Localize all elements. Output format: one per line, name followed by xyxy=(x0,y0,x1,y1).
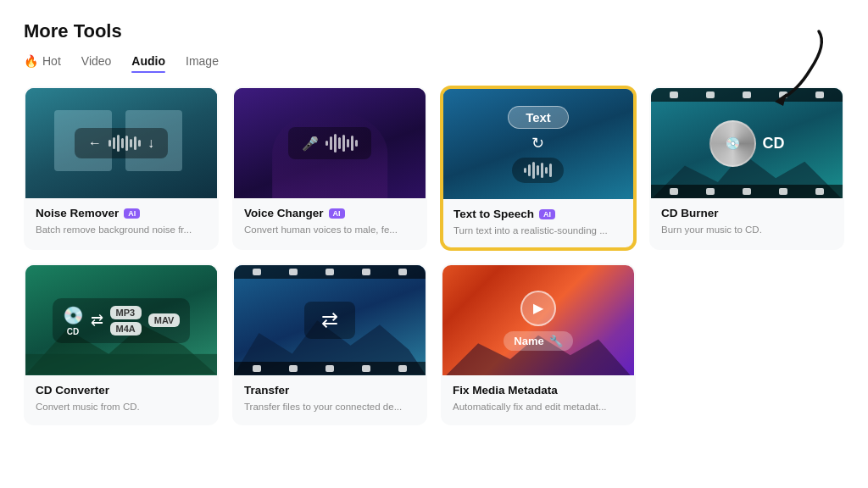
metadata-info: Fix Media Metadata Automatically fix and… xyxy=(442,375,634,424)
mav-badge: MAV xyxy=(148,313,181,327)
play-circle-icon: ▶ xyxy=(520,291,556,326)
noise-remover-title-row: Noise Remover AI xyxy=(36,207,207,219)
voice-changer-ai-badge: AI xyxy=(329,208,345,219)
tts-title: Text to Speech xyxy=(453,208,534,220)
metadata-title-row: Fix Media Metadata xyxy=(453,384,624,396)
tts-info: Text to Speech AI Turn text into a reali… xyxy=(443,199,633,247)
voice-changer-title-row: Voice Changer AI xyxy=(244,207,415,219)
cd-converter-info: CD Converter Convert music from CD. xyxy=(25,375,217,424)
tts-title-row: Text to Speech AI xyxy=(453,208,623,220)
transfer-control: ⇄ xyxy=(304,302,355,339)
cd-converter-title: CD Converter xyxy=(36,384,109,396)
noise-remover-overlay: ← ↓ xyxy=(25,88,217,198)
noise-remover-title: Noise Remover xyxy=(36,207,119,219)
metadata-control: ▶ Name 🔧 xyxy=(504,291,572,351)
fire-icon: 🔥 xyxy=(24,54,38,68)
noise-remover-ai-badge: AI xyxy=(124,208,140,219)
tab-video[interactable]: Video xyxy=(81,54,112,71)
transfer-title-row: Transfer xyxy=(244,384,415,396)
tts-text-label: Text xyxy=(508,106,569,129)
cd-burner-title: CD Burner xyxy=(661,207,719,219)
tab-image[interactable]: Image xyxy=(186,54,219,71)
tools-grid: ← ↓ xyxy=(24,86,844,425)
tts-wave-box xyxy=(512,158,564,183)
mp3-badge: MP3 xyxy=(110,306,142,319)
wrench-icon: 🔧 xyxy=(549,335,563,347)
voice-changer-thumb: 🎤 xyxy=(234,88,426,198)
cd-burner-info: CD Burner Burn your music to CD. xyxy=(651,198,843,247)
tts-desc: Turn text into a realistic-sounding ... xyxy=(453,224,623,237)
tts-control: Text ↻ xyxy=(508,106,569,183)
cd-burner-thumb: 💿 CD xyxy=(651,88,843,198)
noise-remover-info: Noise Remover AI Batch remove background… xyxy=(25,198,217,247)
tool-card-voice-changer[interactable]: 🎤 xyxy=(232,86,427,250)
transfer-title: Transfer xyxy=(244,384,289,396)
tool-card-text-to-speech[interactable]: Text ↻ xyxy=(441,86,636,250)
down-arrow-icon: ↓ xyxy=(147,136,154,151)
transfer-overlay: ⇄ xyxy=(234,265,426,375)
cd-converter-overlay: 💿 CD ⇄ MP3 M4A MAV xyxy=(25,265,217,375)
convert-arrow-icon: ⇄ xyxy=(91,311,103,330)
tool-card-transfer[interactable]: ⇄ Transfer Transfer files to your connec… xyxy=(232,263,427,425)
tab-video-label: Video xyxy=(81,54,112,68)
tab-image-label: Image xyxy=(186,54,219,68)
tool-card-cd-converter[interactable]: 💿 CD ⇄ MP3 M4A MAV CD Converter xyxy=(24,263,219,425)
cd-burner-control: 💿 CD xyxy=(709,120,785,167)
metadata-thumb: ▶ Name 🔧 xyxy=(442,265,634,375)
noise-remover-control: ← ↓ xyxy=(75,128,168,158)
tab-bar: 🔥 Hot Video Audio Image xyxy=(24,54,844,71)
transfer-desc: Transfer files to your connected de... xyxy=(244,400,415,413)
cd-burner-label: CD xyxy=(763,135,785,152)
tool-card-cd-burner[interactable]: 💿 CD CD Burner Burn your music to CD. xyxy=(649,86,844,250)
transfer-thumb: ⇄ xyxy=(234,265,426,375)
tool-card-noise-remover[interactable]: ← ↓ xyxy=(24,86,219,250)
tab-hot-label: Hot xyxy=(42,54,61,68)
tools-grid-wrapper: ← ↓ xyxy=(24,86,844,425)
noise-remover-thumb: ← ↓ xyxy=(25,88,217,198)
cd-text: CD xyxy=(67,327,79,336)
metadata-overlay: ▶ Name 🔧 xyxy=(442,265,634,375)
transfer-info: Transfer Transfer files to your connecte… xyxy=(234,375,426,424)
format-badges: MP3 M4A xyxy=(110,306,142,336)
tts-waveform xyxy=(524,162,552,179)
cd-converter-left: 💿 CD xyxy=(63,305,84,336)
m4a-badge: M4A xyxy=(110,322,142,336)
mic-icon: 🎤 xyxy=(302,136,319,152)
cd-converter-title-row: CD Converter xyxy=(36,384,207,396)
tab-audio-label: Audio xyxy=(131,54,165,68)
metadata-desc: Automatically fix and edit metadat... xyxy=(453,400,624,413)
tts-thumb: Text ↻ xyxy=(443,89,633,199)
voice-changer-control: 🎤 xyxy=(288,127,371,159)
waveform xyxy=(108,135,141,152)
cd-icon: 💿 xyxy=(63,305,84,325)
tab-hot[interactable]: 🔥 Hot xyxy=(24,54,61,71)
voice-waveform xyxy=(326,134,358,152)
name-badge: Name 🔧 xyxy=(504,331,572,351)
tool-card-fix-media-metadata[interactable]: ▶ Name 🔧 Fix Media Metadata Automaticall… xyxy=(441,263,636,425)
voice-changer-title: Voice Changer xyxy=(244,207,324,219)
page-title: More Tools xyxy=(24,20,844,42)
cd-converter-thumb: 💿 CD ⇄ MP3 M4A MAV xyxy=(25,265,217,375)
voice-changer-info: Voice Changer AI Convert human voices to… xyxy=(234,198,426,247)
tts-ai-badge: AI xyxy=(539,209,555,219)
tab-audio[interactable]: Audio xyxy=(131,54,165,71)
cd-converter-desc: Convert music from CD. xyxy=(36,400,207,413)
cd-burner-title-row: CD Burner xyxy=(661,207,832,219)
cd-burner-desc: Burn your music to CD. xyxy=(661,223,832,236)
left-arrow-icon: ← xyxy=(88,136,102,151)
tts-overlay: Text ↻ xyxy=(443,89,633,199)
cd-converter-control: 💿 CD ⇄ MP3 M4A MAV xyxy=(53,298,191,343)
voice-changer-desc: Convert human voices to male, fe... xyxy=(244,223,415,236)
cd-burner-overlay: 💿 CD xyxy=(651,88,843,198)
voice-changer-overlay: 🎤 xyxy=(234,88,426,198)
cd-disc-icon: 💿 xyxy=(709,120,756,167)
noise-remover-desc: Batch remove background noise fr... xyxy=(36,223,207,236)
metadata-title: Fix Media Metadata xyxy=(453,384,558,396)
swap-icon: ⇄ xyxy=(321,308,338,332)
name-text: Name xyxy=(514,335,543,347)
tts-refresh-icon: ↻ xyxy=(531,134,544,152)
